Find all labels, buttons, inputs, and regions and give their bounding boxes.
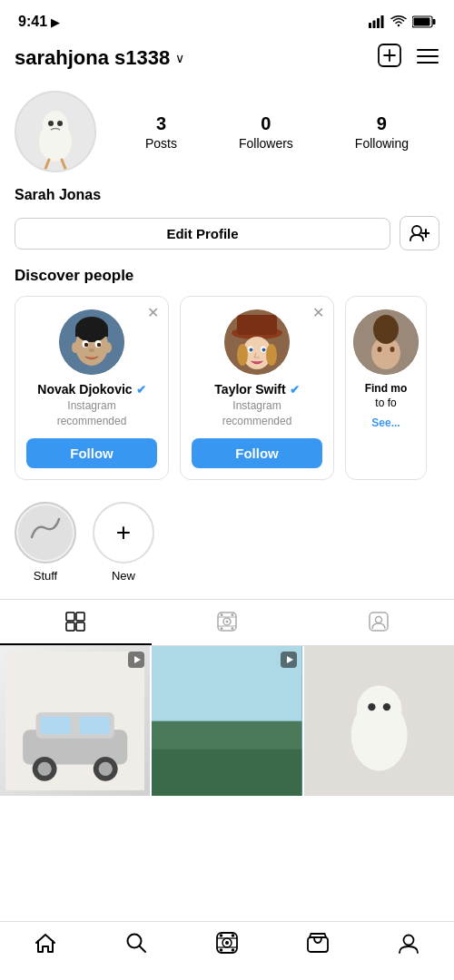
svg-point-71	[99, 761, 113, 775]
menu-button[interactable]	[416, 45, 439, 71]
discover-card-novak: ✕	[15, 296, 169, 480]
reels-nav-icon	[215, 931, 239, 955]
discover-card-find-more: Find mo to fo See...	[345, 296, 427, 480]
svg-rect-6	[414, 18, 430, 26]
svg-point-26	[104, 342, 112, 353]
profile-name: Sarah Jonas	[0, 185, 454, 216]
chevron-down-icon: ∨	[175, 51, 184, 65]
reels-icon	[216, 611, 238, 632]
stats-row: 3 Posts 0 Followers 9 Following	[114, 113, 439, 151]
following-count: 9	[377, 113, 387, 134]
svg-rect-98	[308, 937, 328, 952]
svg-point-20	[412, 226, 421, 235]
follow-novak-button[interactable]: Follow	[26, 438, 157, 468]
follow-taylor-button[interactable]: Follow	[192, 438, 322, 468]
stuff-highlight-image	[18, 505, 73, 560]
tab-reels[interactable]	[152, 600, 303, 645]
photo-1-image	[5, 652, 144, 790]
header: sarahjona s1338 ∨	[0, 40, 454, 82]
username-row[interactable]: sarahjona s1338 ∨	[15, 46, 184, 70]
profile-section: 3 Posts 0 Followers 9 Following	[0, 82, 454, 185]
close-novak-button[interactable]: ✕	[147, 304, 159, 321]
taylor-face-svg	[224, 309, 290, 375]
svg-point-94	[220, 934, 223, 937]
photo-cell-1[interactable]	[0, 646, 150, 796]
svg-point-95	[232, 934, 235, 937]
tab-grid[interactable]	[0, 600, 152, 645]
svg-rect-52	[66, 622, 74, 631]
content-tabs	[0, 599, 454, 646]
highlight-stuff-label: Stuff	[34, 569, 58, 583]
svg-line-88	[140, 946, 146, 953]
nav-home[interactable]	[34, 931, 57, 955]
reel-badge-1	[128, 652, 144, 671]
svg-point-31	[84, 343, 88, 347]
svg-point-64	[375, 616, 381, 622]
avatar[interactable]	[15, 91, 96, 172]
highlights-row: Stuff + New	[0, 493, 454, 599]
svg-point-69	[37, 761, 51, 775]
status-time: 9:41	[18, 14, 47, 30]
followers-stat[interactable]: 0 Followers	[239, 113, 293, 151]
photo-cell-3[interactable]	[304, 646, 454, 796]
svg-point-91	[225, 941, 229, 945]
username-text: sarahjona s1338	[15, 46, 170, 70]
svg-point-16	[48, 121, 54, 126]
following-stat[interactable]: 9 Following	[355, 113, 409, 151]
avatar-image	[16, 93, 94, 171]
tagged-icon	[368, 611, 390, 632]
add-post-button[interactable]	[378, 44, 401, 73]
highlight-stuff[interactable]: Stuff	[15, 502, 76, 583]
svg-point-61	[221, 627, 223, 630]
battery-icon	[412, 15, 436, 28]
novak-verified-badge: ✔	[136, 383, 146, 397]
partial-avatar	[353, 309, 419, 375]
nav-profile[interactable]	[397, 931, 420, 955]
highlight-new[interactable]: + New	[93, 502, 154, 583]
tab-tagged[interactable]	[302, 600, 454, 645]
see-all-button[interactable]: See...	[371, 416, 400, 429]
posts-label: Posts	[145, 136, 177, 151]
reel-badge-2	[281, 652, 297, 671]
svg-rect-73	[79, 716, 110, 733]
add-person-button[interactable]	[400, 216, 439, 250]
discover-scroll: ✕	[15, 296, 439, 480]
photo-cell-2[interactable]	[152, 646, 301, 796]
taylor-avatar	[224, 309, 290, 375]
profile-icon	[397, 931, 420, 955]
svg-rect-53	[76, 622, 84, 631]
nav-reels[interactable]	[215, 931, 239, 955]
novak-face-svg	[59, 309, 124, 375]
edit-profile-button[interactable]: Edit Profile	[15, 218, 390, 250]
following-label: Following	[355, 136, 409, 151]
nav-shop[interactable]	[306, 931, 330, 955]
svg-point-42	[250, 348, 253, 352]
svg-point-97	[232, 948, 235, 952]
status-icons	[369, 15, 436, 28]
svg-rect-0	[369, 23, 371, 28]
nav-search[interactable]	[124, 931, 148, 955]
svg-point-86	[382, 703, 390, 710]
svg-rect-51	[76, 612, 84, 621]
highlight-new-label: New	[112, 569, 135, 583]
signal-icon	[369, 15, 385, 28]
svg-point-60	[232, 613, 234, 616]
partial-face-svg	[353, 309, 419, 375]
svg-point-62	[232, 627, 234, 630]
posts-stat[interactable]: 3 Posts	[145, 113, 177, 151]
add-highlight-icon: +	[116, 518, 131, 547]
svg-point-85	[368, 703, 375, 710]
followers-label: Followers	[239, 136, 293, 151]
svg-rect-28	[75, 329, 108, 337]
close-taylor-button[interactable]: ✕	[312, 304, 324, 321]
highlight-stuff-circle	[15, 502, 76, 564]
photo-3-image	[304, 646, 454, 796]
svg-point-33	[89, 348, 94, 352]
discover-card-taylor: ✕	[180, 296, 334, 480]
svg-rect-2	[377, 18, 380, 28]
home-icon	[34, 931, 57, 955]
wifi-icon	[390, 15, 407, 28]
grid-icon	[64, 611, 86, 632]
svg-point-59	[221, 613, 223, 616]
svg-point-25	[72, 342, 79, 353]
